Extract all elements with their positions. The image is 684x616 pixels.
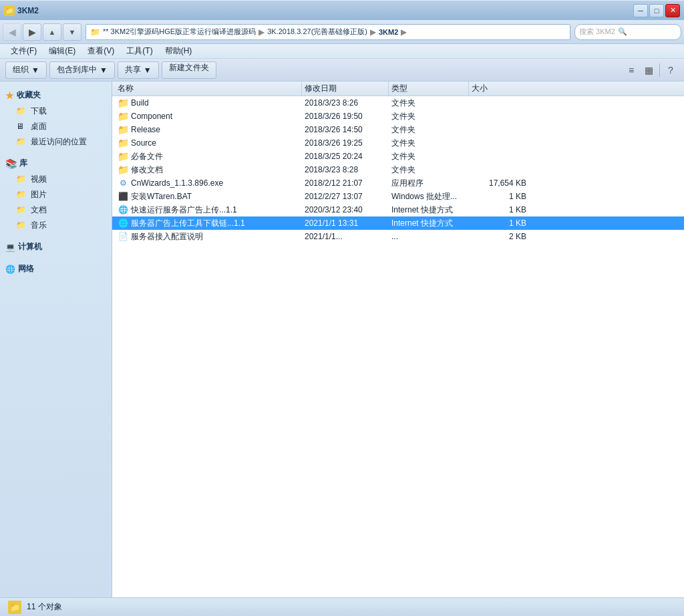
menu-edit[interactable]: 编辑(E) [43,44,81,58]
menu-view[interactable]: 查看(V) [82,44,120,58]
file-size: 1 KB [469,218,529,228]
toolbar-separator [659,63,660,77]
sidebar-computer-label: 计算机 [18,241,42,253]
column-header-date[interactable]: 修改日期 [302,82,389,96]
file-list-container: 名称 修改日期 类型 大小 📁 Build 2018/3/23 8:26 文件夹… [112,82,684,597]
status-count: 11 个对象 [27,601,62,613]
table-row[interactable]: 📄 服务器接入配置说明 2021/1/1... ... 2 KB [112,230,684,243]
share-button[interactable]: 共享 ▼ [118,61,159,79]
include-library-button[interactable]: 包含到库中 ▼ [49,61,115,79]
breadcrumb-sep3: ▶ [401,27,407,37]
file-type: 文件夹 [389,111,469,122]
breadcrumb-part1[interactable]: ** 3KM2引擎源码HGE版正常运行编译进服源码 [103,27,256,37]
organize-button[interactable]: 组织 ▼ [5,61,47,79]
menu-tools[interactable]: 工具(T) [121,44,158,58]
file-type: 文件夹 [389,164,469,176]
window-controls: ─ □ ✕ [633,4,680,17]
file-type: Internet 快捷方式 [389,204,469,216]
column-header-type[interactable]: 类型 [389,82,469,96]
file-date: 2018/3/26 19:50 [302,112,389,121]
file-type: Windows 批处理... [389,191,469,202]
exe-icon: ⚙ [120,178,127,188]
menu-help[interactable]: 帮助(H) [160,44,198,58]
file-date: 2018/3/26 14:50 [302,125,389,134]
sidebar-item-recent-label: 最近访问的位置 [31,136,87,148]
sidebar-network-header[interactable]: 🌐 网络 [0,261,112,277]
sidebar-item-music[interactable]: 📁 音乐 [0,218,112,233]
file-type: ... [389,232,469,241]
status-folder-icon: 📁 [8,601,21,614]
table-row[interactable]: ⚙ CnWizards_1.1.3.896.exe 2018/2/12 21:0… [112,176,684,190]
folder-icon: 📁 [118,124,129,135]
table-row[interactable]: 📁 Build 2018/3/23 8:26 文件夹 [112,96,684,110]
view-mode-button[interactable]: ≡ [623,63,639,78]
file-name: 快速运行服务器广告上传...1.1 [131,204,237,216]
table-row[interactable]: 📁 修改文档 2018/3/23 8:28 文件夹 [112,163,684,176]
recent-button[interactable]: ▼ [63,23,81,41]
table-row[interactable]: 🌐 快速运行服务器广告上传...1.1 2020/3/12 23:40 Inte… [112,203,684,216]
window-title: 3KM2 [17,6,633,15]
close-button[interactable]: ✕ [665,4,680,17]
breadcrumb-part3[interactable]: 3KM2 [379,28,398,36]
library-icon: 📚 [5,158,17,169]
new-folder-button[interactable]: 新建文件夹 [162,61,216,79]
url-icon: 🌐 [118,205,128,214]
maximize-button[interactable]: □ [649,4,664,17]
table-row[interactable]: 📁 Component 2018/3/26 19:50 文件夹 [112,110,684,123]
file-size: 1 KB [469,205,529,214]
table-row[interactable]: 📁 Source 2018/3/26 19:25 文件夹 [112,136,684,150]
column-header-name[interactable]: 名称 [115,82,302,96]
file-date: 2021/1/1... [302,232,389,241]
column-header-row: 名称 修改日期 类型 大小 [112,82,684,96]
sidebar-favorites-label: 收藏夹 [17,90,41,101]
table-row[interactable]: ⬛ 安装WTaren.BAT 2012/2/27 13:07 Windows 批… [112,190,684,203]
video-folder-icon: 📁 [16,174,27,185]
file-date: 2018/3/23 8:26 [302,98,389,108]
file-type: Internet 快捷方式 [389,218,469,229]
folder-icon: 📁 [118,164,129,175]
sidebar-item-documents[interactable]: 📁 文档 [0,202,112,218]
menu-file[interactable]: 文件(F) [5,44,42,58]
sidebar-item-pictures[interactable]: 📁 图片 [0,187,112,202]
address-bar[interactable]: 📁 ** 3KM2引擎源码HGE版正常运行编译进服源码 ▶ 3K.2018.3.… [86,24,570,40]
up-button[interactable]: ▲ [43,23,61,41]
sidebar-item-downloads-label: 下载 [31,106,47,117]
sidebar-item-recent[interactable]: 📁 最近访问的位置 [0,134,112,150]
search-icon: 🔍 [618,27,627,36]
forward-button[interactable]: ▶ [23,23,41,41]
sidebar-item-downloads[interactable]: 📁 下载 [0,104,112,119]
breadcrumb-part2[interactable]: 3K.2018.3.27(完善基础修正版) [267,27,367,37]
sidebar-library-header[interactable]: 📚 库 [0,155,112,172]
network-icon: 🌐 [5,265,15,274]
window-icon: 📁 [4,5,15,16]
file-name: 必备文件 [131,151,163,162]
file-name: CnWizards_1.1.3.896.exe [131,178,223,188]
sidebar-item-desktop[interactable]: 🖥 桌面 [0,119,112,134]
help-button[interactable]: ? [663,63,679,78]
view-controls: ≡ ▦ ? [623,63,679,78]
organize-arrow: ▼ [31,65,39,75]
table-row[interactable]: 🌐 服务器广告上传工具下载链...1.1 2021/1/1 13:31 Inte… [112,216,684,230]
back-button[interactable]: ◀ [3,23,21,41]
minimize-button[interactable]: ─ [633,4,648,17]
sidebar-item-video[interactable]: 📁 视频 [0,172,112,187]
table-row[interactable]: 📁 必备文件 2018/3/25 20:24 文件夹 [112,150,684,163]
search-placeholder: 搜索 3KM2 [579,27,615,37]
folder-icon: 📁 [118,98,129,108]
view-toggle-button[interactable]: ▦ [641,63,657,78]
status-bar: 📁 11 个对象 [0,597,684,616]
file-type: 文件夹 [389,138,469,149]
search-box[interactable]: 搜索 3KM2 🔍 [574,24,681,40]
sidebar-item-pictures-label: 图片 [31,189,47,200]
file-size: 17,654 KB [469,178,529,188]
file-type: 文件夹 [389,124,469,136]
documents-folder-icon: 📁 [16,205,27,216]
breadcrumb-sep1: ▶ [259,27,265,37]
toolbar: 组织 ▼ 包含到库中 ▼ 共享 ▼ 新建文件夹 ≡ ▦ ? [0,59,684,82]
sidebar-computer-header[interactable]: 💻 计算机 [0,239,112,255]
table-row[interactable]: 📁 Release 2018/3/26 14:50 文件夹 [112,123,684,136]
sidebar-item-music-label: 音乐 [31,220,47,231]
main-content: ★ 收藏夹 📁 下载 🖥 桌面 📁 最近访问的位置 📚 库 [0,82,684,597]
column-header-size[interactable]: 大小 [469,82,529,96]
sidebar-favorites-header[interactable]: ★ 收藏夹 [0,87,112,104]
